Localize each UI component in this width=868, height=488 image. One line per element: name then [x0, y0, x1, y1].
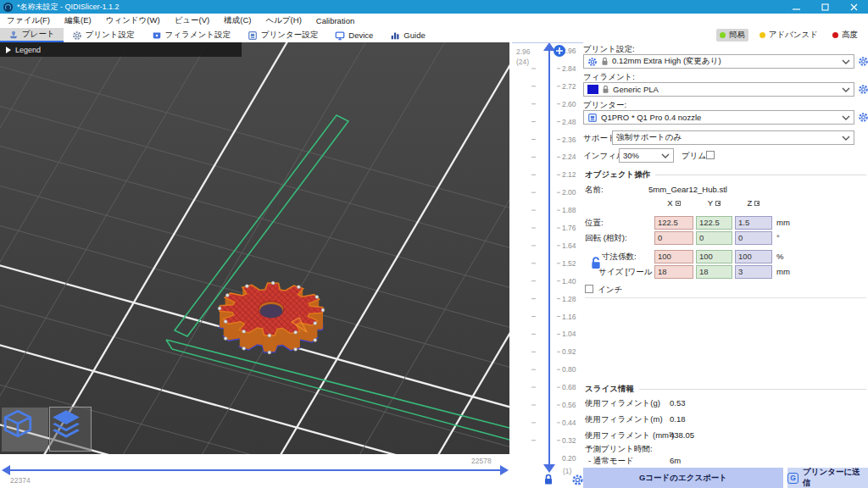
close-button[interactable]	[839, 0, 868, 14]
slice-row-label: 使用フィラメント (mm³)	[585, 430, 674, 441]
printer-edit-gear-icon[interactable]	[858, 112, 868, 123]
printer-combo[interactable]: Q1PRO * Q1 Pro 0.4 nozzle	[583, 110, 854, 125]
tab-print-settings-label: プリント設定	[86, 30, 135, 41]
gear-model[interactable]	[218, 281, 325, 354]
menu-window[interactable]: ウィンドウ(W)	[106, 15, 160, 26]
layer-tick-label: 0.56	[562, 401, 576, 409]
mode-expert[interactable]: 高度	[829, 29, 861, 42]
add-color-change-button[interactable]	[554, 45, 565, 57]
position-z-input[interactable]: 1.5	[735, 216, 772, 230]
position-x-input[interactable]: 122.5	[654, 216, 693, 230]
slice-row-value: 438.05	[670, 430, 694, 440]
layer-tick-label: 2.60	[562, 100, 576, 108]
object-manipulation-title: オブジェクト操作	[585, 169, 650, 180]
slider-lock-icon[interactable]	[545, 475, 552, 485]
3d-viewport[interactable]: Legend	[0, 42, 509, 454]
close-icon	[850, 3, 858, 11]
print-settings-value: 0.12mm Extra High (変更あり)	[612, 56, 721, 67]
mode-advanced[interactable]: アドバンスド	[756, 29, 821, 42]
position-label: 位置:	[585, 218, 604, 229]
chevron-down-icon	[842, 59, 850, 64]
maximize-button[interactable]	[810, 0, 839, 14]
minimize-button[interactable]	[782, 0, 810, 14]
layer-tick-label: 0.20	[562, 454, 576, 463]
tab-plate[interactable]: プレート	[0, 28, 64, 42]
inch-label: インチ	[598, 285, 622, 296]
view-sliced-layers-button[interactable]	[49, 407, 92, 452]
app-window: *名称未設定 - QIDISlicer-1.1.2 ファイル(F) 編集(E) …	[0, 0, 868, 488]
layer-tick-label: 2.36	[562, 136, 576, 144]
mode-simple[interactable]: 簡易	[716, 29, 748, 42]
brim-checkbox[interactable]	[706, 151, 715, 159]
chevron-down-icon	[842, 115, 850, 120]
menu-edit[interactable]: 編集(E)	[64, 15, 92, 26]
rotation-x-input[interactable]: 0	[654, 231, 693, 245]
export-gcode-button[interactable]: Gコードのエクスポート	[583, 468, 783, 488]
tab-printer-settings[interactable]: プリンター設定	[239, 28, 326, 42]
settings-panel: プリント設定: 0.12mm Extra High (変更あり) フィラメント:…	[583, 42, 868, 488]
slider-settings-gear-icon[interactable]	[574, 476, 582, 485]
layer-tick-label: 2.84	[562, 64, 576, 73]
slice-row-value: 6m	[670, 456, 681, 465]
print-settings-combo[interactable]: 0.12mm Extra High (変更あり)	[583, 54, 854, 69]
object-name-label: 名前:	[585, 185, 604, 196]
layer-tick-label: 0.44	[562, 419, 576, 427]
print-settings-edit-gear-icon[interactable]	[858, 56, 868, 67]
filament-edit-gear-icon[interactable]	[858, 84, 868, 95]
inch-checkbox[interactable]	[585, 285, 593, 293]
preset-lock-icon	[601, 57, 609, 66]
bed-grid-lines	[0, 42, 509, 454]
layer-slider-top-handle[interactable]	[543, 42, 555, 51]
guide-icon	[390, 30, 400, 41]
move-slider-left-value: 22374	[10, 476, 31, 485]
move-slider-left-handle[interactable]	[2, 465, 10, 475]
tab-filament-settings[interactable]: フィラメント設定	[143, 28, 239, 42]
object-manipulation-header: オブジェクト操作	[585, 169, 866, 180]
size-y-input[interactable]: 18	[696, 265, 732, 279]
mode-simple-label: 簡易	[729, 30, 745, 41]
layer-tick-label: 1.76	[562, 224, 576, 232]
layer-tick-label: 1.40	[562, 277, 576, 286]
chevron-down-icon	[842, 136, 850, 141]
layer-slider[interactable]: 2.962.842.722.602.482.362.242.122.001.88…	[509, 42, 583, 488]
rotation-y-input[interactable]: 0	[696, 231, 732, 245]
brim-label: プリム:	[682, 151, 709, 162]
mode-expert-dot-icon	[832, 32, 838, 38]
menu-calibration[interactable]: Calibration	[316, 16, 354, 25]
size-z-input[interactable]: 3	[735, 265, 772, 279]
rotation-z-input[interactable]: 0	[735, 231, 772, 245]
scale-z-input[interactable]: 100	[735, 250, 772, 263]
move-slider-right-handle[interactable]	[500, 465, 509, 475]
legend-bar[interactable]: Legend	[0, 42, 242, 57]
tab-guide[interactable]: Guide	[381, 28, 433, 42]
gcode-move-slider[interactable]: 22374 22578	[0, 454, 509, 488]
menu-view[interactable]: ビュー(V)	[175, 15, 210, 26]
support-combo[interactable]: 強制サポートのみ	[612, 130, 854, 145]
layer-slider-bottom-handle[interactable]	[543, 464, 555, 473]
plate-icon	[8, 30, 19, 40]
filament-combo[interactable]: Generic PLA	[583, 82, 854, 97]
axis-header-x: X	[654, 198, 693, 208]
printer-value: Q1PRO * Q1 Pro 0.4 nozzle	[601, 113, 701, 122]
infill-combo[interactable]: 30%	[619, 148, 674, 163]
object-group-divider	[585, 297, 866, 298]
layer-tick-label: 0.32	[562, 436, 576, 445]
send-to-printer-button[interactable]: G プリンターに送信	[787, 468, 868, 488]
scale-y-input[interactable]: 100	[696, 250, 732, 263]
printer-preset-icon	[587, 113, 598, 123]
layer-tick-label: 1.04	[562, 330, 576, 338]
view-3d-button[interactable]	[2, 408, 48, 452]
tab-printer-settings-label: プリンター設定	[261, 30, 318, 41]
size-unit: mm	[776, 267, 790, 276]
size-x-input[interactable]: 18	[654, 265, 693, 279]
menu-file[interactable]: ファイル(F)	[7, 15, 50, 26]
tab-print-settings[interactable]: プリント設定	[64, 28, 143, 42]
menu-help[interactable]: ヘルプ(H)	[265, 15, 301, 26]
scale-x-input[interactable]: 100	[654, 250, 693, 263]
tab-device[interactable]: Device	[326, 28, 381, 42]
chevron-down-icon	[661, 153, 670, 158]
mode-advanced-dot-icon	[760, 32, 765, 38]
position-y-input[interactable]: 122.5	[696, 216, 732, 230]
layer-tick-label: 0.92	[562, 347, 576, 356]
menu-configuration[interactable]: 構成(C)	[224, 15, 251, 26]
